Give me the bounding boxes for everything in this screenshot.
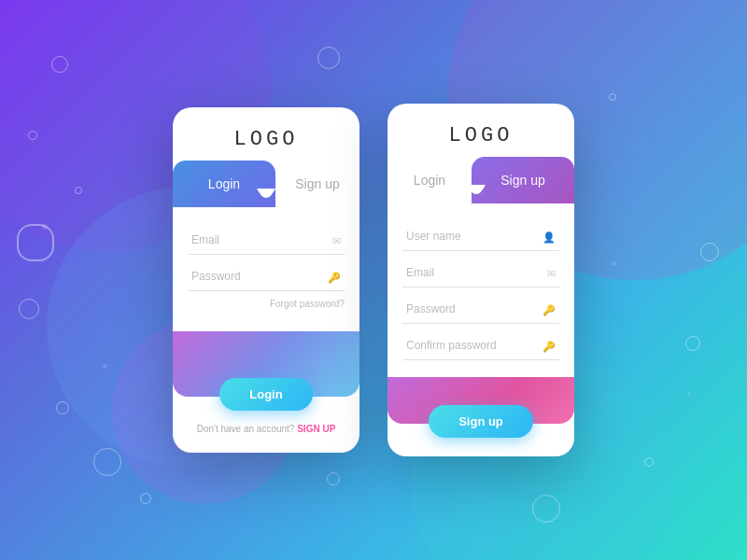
login-tabs: Login Sign up: [173, 161, 359, 207]
signup-logo: LOGO: [388, 104, 574, 157]
login-email-group: ✉: [188, 226, 345, 255]
signup-card: LOGO Login Sign up 👤 ✉ 🔑 🔑 Sign up: [388, 104, 574, 456]
signup-confirm-password-group: 🔑: [402, 331, 559, 360]
signup-password-group: 🔑: [402, 295, 559, 324]
signup-submit-button[interactable]: Sign up: [429, 405, 533, 438]
signup-username-group: 👤: [402, 222, 559, 251]
login-password-input[interactable]: [188, 262, 345, 291]
signup-confirm-password-input[interactable]: [402, 331, 559, 360]
signup-email-icon: ✉: [547, 267, 556, 279]
signup-confirm-icon: 🔑: [543, 340, 556, 352]
signup-email-input[interactable]: [402, 259, 559, 287]
login-password-group: 🔑: [188, 262, 345, 291]
forgot-password-link[interactable]: Forgot password?: [188, 299, 345, 309]
login-submit-button[interactable]: Login: [219, 378, 312, 411]
user-icon: 👤: [543, 231, 556, 243]
login-card: LOGO Login Sign up ✉ 🔑 Forgot password? …: [173, 107, 359, 453]
login-email-input[interactable]: [188, 226, 345, 255]
signup-password-input[interactable]: [402, 295, 559, 324]
login-logo: LOGO: [173, 107, 359, 161]
signup-email-group: ✉: [402, 259, 559, 287]
signup-tabs: Login Sign up: [388, 157, 574, 203]
signup-username-input[interactable]: [402, 222, 559, 251]
signup-password-icon: 🔑: [543, 303, 556, 315]
login-form: ✉ 🔑 Forgot password?: [173, 207, 359, 331]
password-icon: 🔑: [328, 271, 341, 283]
signup-form: 👤 ✉ 🔑 🔑: [388, 203, 574, 377]
signup-cta-link[interactable]: SIGN UP: [297, 424, 335, 434]
email-icon: ✉: [332, 234, 341, 246]
login-bottom-text: Don't have an account? SIGN UP: [173, 424, 359, 434]
